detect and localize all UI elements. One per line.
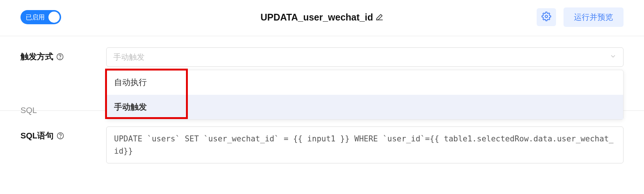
sql-label: SQL语句 — [20, 126, 106, 141]
trigger-select[interactable]: 手动触发 — [106, 47, 624, 67]
trigger-label-text: 触发方式 — [20, 51, 53, 62]
page-title: UPDATA_user_wechat_id — [261, 12, 373, 23]
sql-control: UPDATE `users` SET `user_wechat_id` = {{… — [106, 126, 624, 163]
dropdown-item-auto[interactable]: 自动执行 — [107, 70, 623, 95]
sql-tab[interactable]: SQL — [20, 101, 37, 120]
trigger-dropdown: 自动执行 手动触发 — [106, 70, 624, 120]
header-right: 运行并预览 — [537, 7, 624, 27]
run-preview-button[interactable]: 运行并预览 — [564, 7, 624, 27]
header: 已启用 UPDATA_user_wechat_id 运行并预览 — [0, 0, 644, 36]
form-section: 触发方式 手动触发 自动执行 手动触发 — [0, 36, 644, 163]
toggle-label: 已启用 — [26, 13, 45, 22]
enable-toggle[interactable]: 已启用 — [20, 10, 61, 24]
sql-label-text: SQL语句 — [20, 130, 54, 141]
edit-icon[interactable] — [375, 13, 383, 21]
svg-point-2 — [60, 59, 60, 59]
dropdown-item-manual[interactable]: 手动触发 — [107, 95, 623, 119]
svg-point-4 — [60, 138, 61, 138]
gear-icon — [542, 12, 551, 23]
trigger-row: 触发方式 手动触发 自动执行 手动触发 — [20, 47, 624, 67]
toggle-knob — [48, 12, 60, 23]
help-icon[interactable] — [56, 53, 64, 60]
settings-button[interactable] — [537, 8, 556, 26]
svg-point-0 — [545, 15, 548, 18]
title-wrap: UPDATA_user_wechat_id — [261, 12, 383, 23]
sql-code-input[interactable]: UPDATE `users` SET `user_wechat_id` = {{… — [106, 126, 624, 163]
chevron-down-icon — [610, 53, 616, 62]
trigger-select-value: 手动触发 — [113, 52, 145, 62]
trigger-label: 触发方式 — [20, 47, 106, 62]
help-icon[interactable] — [57, 132, 64, 140]
sql-row: SQL语句 UPDATE `users` SET `user_wechat_id… — [20, 126, 624, 163]
trigger-control: 手动触发 自动执行 手动触发 — [106, 47, 624, 67]
